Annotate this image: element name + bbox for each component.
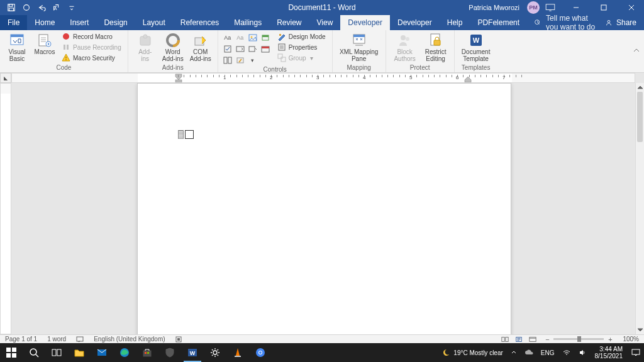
rich-text-control-icon[interactable]: Aa xyxy=(222,33,233,43)
zoom-track[interactable] xyxy=(553,338,604,340)
date-control-icon[interactable] xyxy=(260,44,271,54)
com-addins-button[interactable]: COM Add-ins xyxy=(187,31,214,62)
properties-button[interactable]: Properties xyxy=(275,42,328,52)
page-number-status[interactable]: Page 1 of 1 xyxy=(0,335,42,343)
repeating-control-icon[interactable] xyxy=(222,55,233,65)
tab-design-2[interactable]: Design xyxy=(96,15,135,30)
tab-developer-9[interactable]: Developer xyxy=(390,15,440,30)
spellcheck-status[interactable] xyxy=(71,335,89,343)
macro-status-icon[interactable] xyxy=(170,335,187,343)
tab-help-10[interactable]: Help xyxy=(440,15,470,30)
zoom-in-button[interactable]: + xyxy=(606,336,614,343)
search-icon[interactable] xyxy=(23,343,45,362)
language-status[interactable]: English (United Kingdom) xyxy=(89,335,170,343)
settings-taskbar-icon[interactable] xyxy=(204,343,226,362)
checkbox-content-control[interactable] xyxy=(178,130,194,139)
visual-basic-button[interactable]: Visual Basic xyxy=(4,31,30,62)
user-avatar[interactable]: PM xyxy=(527,1,540,14)
document-template-button[interactable]: W Document Template xyxy=(458,31,494,62)
tab-home-0[interactable]: Home xyxy=(27,15,62,30)
undo-icon[interactable] xyxy=(35,1,48,14)
file-explorer-icon[interactable] xyxy=(68,343,91,362)
design-mode-button[interactable]: Design Mode xyxy=(275,31,328,41)
checkbox-control-icon[interactable] xyxy=(222,44,233,54)
legacy-tools-dropdown-icon[interactable]: ▾ xyxy=(247,55,258,65)
web-layout-view-icon[interactable] xyxy=(526,335,540,343)
read-mode-view-icon[interactable] xyxy=(498,335,512,343)
maximize-button[interactable] xyxy=(591,0,616,15)
macros-button[interactable]: Macros xyxy=(31,31,58,55)
xml-mapping-button[interactable]: XML Mapping Pane xyxy=(336,31,382,62)
scroll-up-icon[interactable] xyxy=(636,83,644,92)
edge-icon[interactable] xyxy=(113,343,136,362)
print-layout-view-icon[interactable] xyxy=(512,335,526,343)
tab-file[interactable]: File xyxy=(0,15,27,30)
security-icon[interactable] xyxy=(158,343,181,362)
word-count-status[interactable]: 1 word xyxy=(42,335,71,343)
document-scroll-area xyxy=(11,83,635,334)
tray-overflow-icon[interactable] xyxy=(507,343,521,362)
vertical-scrollbar[interactable] xyxy=(635,83,644,334)
autosave-icon[interactable] xyxy=(20,1,33,14)
weather-tray[interactable]: 19°C Mostly clear xyxy=(438,343,506,362)
svg-rect-59 xyxy=(52,349,56,356)
checkbox-box[interactable] xyxy=(185,130,194,139)
svg-rect-25 xyxy=(262,35,269,37)
document-page[interactable] xyxy=(137,83,511,334)
minimize-button[interactable] xyxy=(564,0,589,15)
pause-recording-button: Pause Recording xyxy=(59,42,124,52)
collapse-ribbon-icon[interactable] xyxy=(633,47,640,56)
right-indent-marker[interactable] xyxy=(465,74,471,82)
picture-control-icon[interactable] xyxy=(247,33,258,43)
record-macro-button[interactable]: Record Macro xyxy=(59,31,124,41)
user-name[interactable]: Patricia Mworozi xyxy=(469,4,521,11)
left-indent-marker[interactable] xyxy=(175,74,182,82)
redo-style-icon[interactable]: A xyxy=(50,1,63,14)
volume-tray-icon[interactable] xyxy=(575,343,590,362)
chrome-icon[interactable] xyxy=(249,343,272,362)
store-icon[interactable] xyxy=(136,343,158,362)
tell-me-search[interactable]: Tell me what you want to do xyxy=(533,15,597,30)
tab-review-6[interactable]: Review xyxy=(269,15,309,30)
zoom-thumb[interactable] xyxy=(577,336,581,342)
clock-tray[interactable]: 3:44 AM8/15/2021 xyxy=(590,346,628,359)
close-button[interactable] xyxy=(619,0,644,15)
legacy-tools-icon[interactable] xyxy=(235,55,246,65)
building-block-control-icon[interactable] xyxy=(260,33,271,43)
tab-mailings-5[interactable]: Mailings xyxy=(226,15,269,30)
save-icon[interactable] xyxy=(5,1,18,14)
combo-control-icon[interactable] xyxy=(235,44,246,54)
wifi-tray-icon[interactable] xyxy=(558,343,575,362)
tab-pdfelement-11[interactable]: PDFelement xyxy=(470,15,527,30)
tab-insert-1[interactable]: Insert xyxy=(62,15,96,30)
onedrive-tray-icon[interactable] xyxy=(521,343,537,362)
vertical-ruler[interactable] xyxy=(0,83,11,334)
dropdown-control-icon[interactable] xyxy=(247,44,258,54)
restrict-editing-button[interactable]: Restrict Editing xyxy=(421,31,450,62)
start-button[interactable] xyxy=(0,343,23,362)
zoom-out-button[interactable]: − xyxy=(543,336,551,343)
vlc-icon[interactable] xyxy=(226,343,249,362)
mail-icon[interactable] xyxy=(91,343,113,362)
language-tray[interactable]: ENG xyxy=(537,343,558,362)
word-taskbar-icon[interactable]: W xyxy=(181,343,204,362)
share-button[interactable]: Share xyxy=(597,15,644,30)
control-handle-icon[interactable] xyxy=(178,130,184,139)
scroll-down-icon[interactable] xyxy=(636,326,644,334)
display-options-icon[interactable] xyxy=(542,1,558,14)
plain-text-control-icon[interactable]: Aa xyxy=(235,33,246,43)
macro-security-button[interactable]: Macro Security xyxy=(59,53,124,63)
tab-references-4[interactable]: References xyxy=(173,15,226,30)
task-view-icon[interactable] xyxy=(45,343,68,362)
ruler-corner[interactable]: ◣ xyxy=(0,73,11,83)
zoom-percent[interactable]: 100% xyxy=(618,335,644,343)
word-addins-button[interactable]: Word Add-ins xyxy=(160,31,186,62)
notifications-tray-icon[interactable] xyxy=(628,343,644,362)
qat-more-icon[interactable] xyxy=(65,1,78,14)
tab-developer-8[interactable]: Developer xyxy=(340,15,390,30)
horizontal-ruler[interactable]: 1234567 xyxy=(11,73,635,83)
tab-layout-3[interactable]: Layout xyxy=(135,15,173,30)
scroll-thumb[interactable] xyxy=(637,92,643,142)
zoom-slider[interactable]: − + xyxy=(540,336,618,343)
tab-view-7[interactable]: View xyxy=(309,15,341,30)
